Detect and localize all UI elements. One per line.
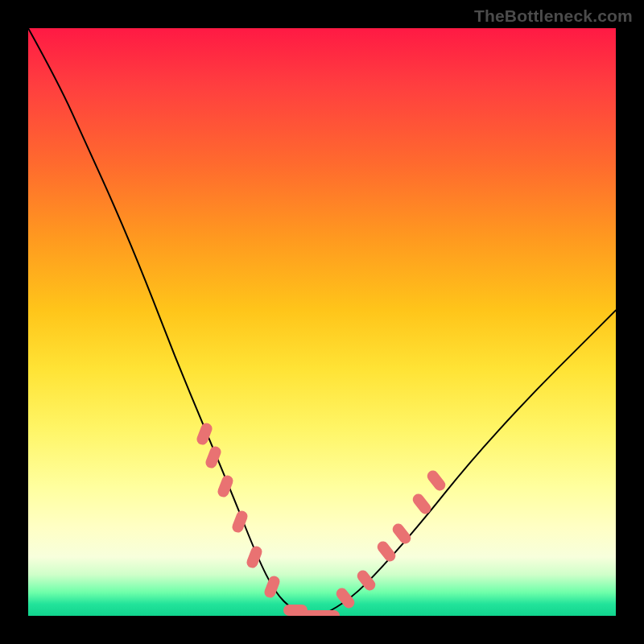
curve-path <box>28 28 616 616</box>
chart-stage: TheBottleneck.com <box>0 0 644 644</box>
plot-area <box>28 28 616 616</box>
watermark-text: TheBottleneck.com <box>474 6 633 26</box>
bottleneck-curve <box>28 28 616 616</box>
highlight-segment <box>316 610 340 616</box>
